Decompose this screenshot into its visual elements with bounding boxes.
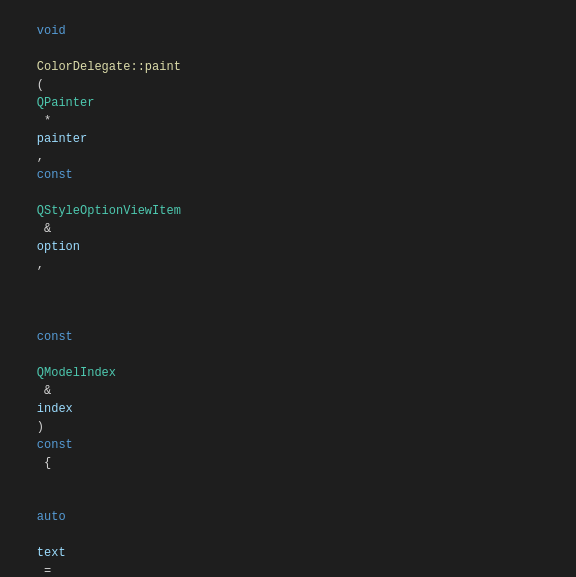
code-line-3: auto text = index . data (). toString ()… [0,490,576,577]
keyword-void: void [37,24,66,38]
code-line-2: const QModelIndex & index ) const { [0,292,576,490]
function-name: ColorDelegate::paint [37,60,181,74]
code-line-1: void ColorDelegate::paint ( QPainter * p… [0,4,576,292]
code-container: void ColorDelegate::paint ( QPainter * p… [0,0,576,577]
